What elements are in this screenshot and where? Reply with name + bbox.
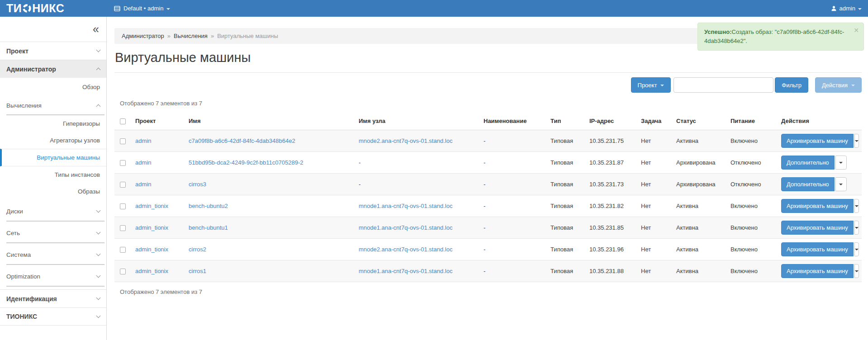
row-checkbox[interactable] (120, 247, 126, 253)
sidebar-item-images[interactable]: Образы (0, 183, 106, 200)
host-link[interactable]: mnode1.ana-cnt7q-ovs-01.stand.loc (359, 224, 452, 231)
select-all-checkbox[interactable] (120, 118, 126, 124)
sidebar-group-optimization: Optimization (0, 265, 106, 287)
sidebar-item-flavors[interactable]: Типы инстансов (0, 166, 106, 183)
status-cell: Активна (673, 217, 727, 239)
project-link[interactable]: admin_tionix (135, 268, 168, 274)
row-actions-dropdown-toggle[interactable] (854, 242, 859, 256)
filter-button[interactable]: Фильтр (775, 77, 808, 93)
host-link-cell: mnode2.ana-cnt7q-ovs-01.stand.loc (355, 130, 480, 152)
row-actions-dropdown-toggle[interactable] (835, 156, 847, 170)
project-link[interactable]: admin (135, 137, 151, 144)
row-actions-dropdown-toggle[interactable] (854, 264, 859, 278)
brand-logo[interactable]: ТИНИКС (6, 0, 64, 17)
task-cell: Нет (637, 260, 673, 282)
column-status[interactable]: Статус (673, 112, 727, 130)
row-checkbox[interactable] (120, 269, 126, 274)
sidebar-item-project[interactable]: Проект (0, 42, 106, 60)
host-link[interactable]: mnode1.ana-cnt7q-ovs-01.stand.loc (359, 268, 452, 274)
row-checkbox[interactable] (120, 138, 126, 144)
column-name[interactable]: Имя (185, 112, 355, 130)
vm-type-cell: Типовая (547, 130, 586, 152)
search-input[interactable] (674, 77, 773, 93)
project-link[interactable]: admin_tionix (135, 203, 168, 209)
sidebar-group-network-header[interactable]: Сеть (6, 222, 104, 243)
project-link[interactable]: admin_tionix (135, 246, 168, 253)
row-actions-dropdown-toggle[interactable] (835, 177, 847, 191)
vm-name-link[interactable]: cirros2 (189, 246, 206, 253)
context-switcher[interactable]: Default • admin (114, 0, 170, 17)
column-type[interactable]: Тип (547, 112, 586, 130)
row-actions-dropdown-toggle[interactable] (854, 199, 859, 213)
power-state-cell: Включено (727, 195, 778, 217)
row-checkbox[interactable] (120, 160, 126, 166)
sidebar-group-compute-header[interactable]: Вычисления (6, 97, 104, 115)
host-link[interactable]: mnode2.ana-cnt7q-ovs-01.stand.loc (359, 246, 452, 253)
project-link[interactable]: admin_tionix (135, 224, 168, 231)
vm-name-link[interactable]: bench-ubuntu1 (189, 224, 228, 231)
breadcrumb-compute[interactable]: Вычисления (174, 33, 208, 39)
vm-name-link[interactable]: c7a09f8b-a6c6-42df-84fc-4dab348b64e2 (189, 137, 295, 144)
display-name-cell: - (480, 195, 547, 217)
sidebar-item-virtual-machines[interactable]: Виртуальные машины (0, 149, 106, 166)
column-task[interactable]: Задача (637, 112, 673, 130)
actions-dropdown-button[interactable]: Действия (815, 77, 862, 93)
row-primary-action-button[interactable]: Архивировать машину (781, 134, 854, 148)
column-power[interactable]: Питание (727, 112, 778, 130)
sidebar-group-system-header[interactable]: Система (6, 243, 104, 265)
sidebar-group-optimization-header[interactable]: Optimization (6, 265, 104, 287)
project-link-cell: admin (132, 174, 185, 195)
host-link-cell: - (355, 152, 480, 174)
sidebar-item-overview[interactable]: Обзор (0, 78, 106, 97)
chevron-down-icon (855, 140, 859, 142)
sidebar-item-host-aggregates[interactable]: Агрегаторы узлов (0, 132, 106, 149)
sidebar-item-hypervisors[interactable]: Гипервизоры (0, 115, 106, 132)
vm-name-link[interactable]: cirros1 (189, 268, 206, 274)
close-icon[interactable]: ✕ (854, 26, 859, 36)
vm-name-link[interactable]: 51bbd95b-dca2-4249-9c2f-bb11c0705289-2 (189, 159, 303, 166)
sidebar-group-label: Система (6, 251, 31, 258)
breadcrumb-administrator[interactable]: Администратор (122, 33, 164, 39)
row-actions-cell: Архивировать машину (778, 239, 862, 260)
status-cell: Активна (673, 195, 727, 217)
column-ip[interactable]: IP-адрес (586, 112, 637, 130)
sidebar-item-administrator[interactable]: Администратор (0, 60, 106, 78)
user-menu[interactable]: admin (831, 0, 862, 17)
row-primary-action-button[interactable]: Архивировать машину (781, 242, 854, 256)
display-name-cell: - (480, 174, 547, 195)
row-primary-action-button[interactable]: Архивировать машину (781, 199, 854, 213)
row-checkbox[interactable] (120, 203, 126, 209)
table-row: adminc7a09f8b-a6c6-42df-84fc-4dab348b64e… (114, 130, 862, 152)
vm-name-link[interactable]: bench-ubuntu2 (189, 203, 228, 209)
row-actions-dropdown-toggle[interactable] (854, 221, 859, 235)
row-primary-action-button[interactable]: Архивировать машину (781, 221, 854, 235)
status-cell: Архивирована (673, 152, 727, 174)
column-host[interactable]: Имя узла (355, 112, 480, 130)
sidebar-group-volumes-header[interactable]: Диски (6, 200, 104, 222)
column-display-name[interactable]: Наименование (480, 112, 547, 130)
row-primary-action-button[interactable]: Архивировать машину (781, 264, 854, 278)
row-primary-action-button[interactable]: Дополнительно (781, 177, 835, 191)
row-select-cell (114, 217, 132, 239)
project-link-cell: admin (132, 130, 185, 152)
chevron-down-icon (96, 48, 101, 52)
sidebar-item-tionix[interactable]: ТИОНИКС (0, 307, 106, 326)
row-checkbox[interactable] (120, 182, 126, 188)
project-filter-button[interactable]: Проект (631, 77, 671, 93)
row-primary-action-button[interactable]: Дополнительно (781, 156, 835, 170)
vm-name-link[interactable]: cirros3 (189, 181, 206, 188)
sidebar-item-identity[interactable]: Идентификация (0, 289, 106, 307)
project-link-cell: admin_tionix (132, 239, 185, 260)
host-link[interactable]: mnode2.ana-cnt7q-ovs-01.stand.loc (359, 137, 452, 144)
project-link[interactable]: admin (135, 181, 151, 188)
row-checkbox[interactable] (120, 225, 126, 231)
host-link[interactable]: mnode1.ana-cnt7q-ovs-01.stand.loc (359, 203, 452, 209)
column-project[interactable]: Проект (132, 112, 185, 130)
vm-name-link-cell: bench-ubuntu2 (185, 195, 355, 217)
sidebar-collapse-button[interactable]: « (0, 17, 106, 42)
row-actions-dropdown-toggle[interactable] (854, 134, 859, 148)
page-title: Виртуальные машины (115, 50, 862, 65)
project-link[interactable]: admin (135, 159, 151, 166)
row-actions-cell: Архивировать машину (778, 130, 862, 152)
power-state-cell: Включено (727, 260, 778, 282)
